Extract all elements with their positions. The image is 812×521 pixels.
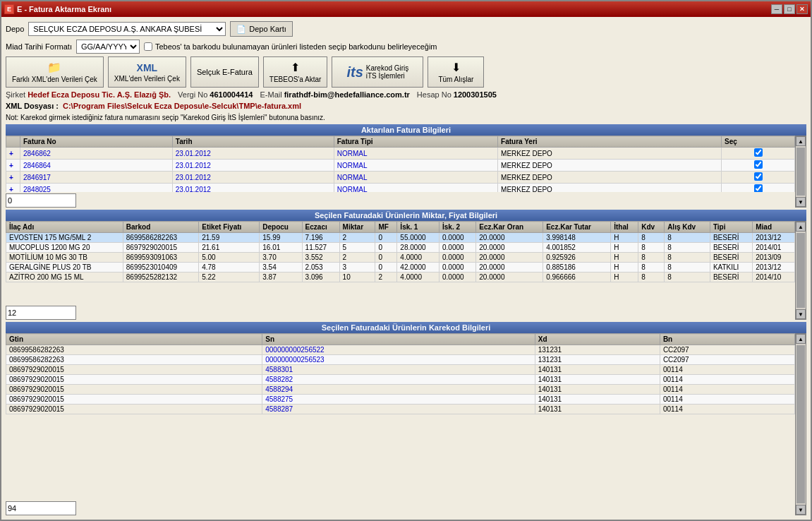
karekod-table-row[interactable]: 08697929020015 4588282 140131 00114 xyxy=(6,375,795,385)
miad-format-select[interactable]: GG/AA/YYYY xyxy=(76,40,140,54)
products-scroll-up[interactable]: ▲ xyxy=(796,222,806,232)
karekod-table-row[interactable]: 08697929020015 4588301 140131 00114 xyxy=(6,365,795,375)
product-table-row[interactable]: MOTİLİUM 10 MG 30 TB 8699593091063 5.00 … xyxy=(6,253,795,263)
sec-checkbox[interactable] xyxy=(754,148,763,157)
eczkar-cell: 20.0000 xyxy=(476,263,543,273)
its-button[interactable]: its Karekod Giriş iTS İşlemleri xyxy=(332,56,423,88)
ithal-cell: H xyxy=(611,273,638,282)
karekod-table-row[interactable]: 08697929020015 4588275 140131 00114 xyxy=(6,395,795,405)
fatura-no-cell: 2848025 xyxy=(20,184,173,193)
fatura-scrollbar[interactable]: ▲ ▼ xyxy=(795,136,806,208)
fatura-table-row[interactable]: + 2846864 23.01.2012 NORMAL MERKEZ DEPO xyxy=(6,160,795,172)
ithal-cell: H xyxy=(611,243,638,253)
expand-cell[interactable]: + xyxy=(6,160,20,172)
gtin-cell: 08697929020015 xyxy=(6,395,262,405)
product-table-row[interactable]: EVOSTEN 175 MG/5ML 2 8699586282263 21.59… xyxy=(6,233,795,243)
tarih-cell: 23.01.2012 xyxy=(172,148,334,160)
sn-cell: 4588282 xyxy=(262,375,535,385)
gtin-cell: 08699586282263 xyxy=(6,345,262,355)
sec-checkbox[interactable] xyxy=(754,160,763,169)
product-table-row[interactable]: GERALGİNE PLUS 20 TB 8699523010409 4.78 … xyxy=(6,263,795,273)
karekod-table-wrapper[interactable]: Gtin Sn Xd Bn 08699586282263 00000000025… xyxy=(6,333,795,500)
karekod-table-row[interactable]: 08699586282263 000000000256523 131231 CC… xyxy=(6,355,795,365)
mf-cell: 0 xyxy=(375,243,397,253)
kdv-cell: 8 xyxy=(638,263,665,273)
sec-cell[interactable] xyxy=(722,160,795,172)
col-miad: Miad xyxy=(753,222,795,233)
bn-cell: 00114 xyxy=(660,395,794,405)
products-count-input[interactable] xyxy=(6,306,76,320)
karekod-section-header: Seçilen Faturadaki Ürünlerin Karekod Bil… xyxy=(6,322,806,333)
tip-cell: KATKILI xyxy=(710,263,752,273)
products-scroll-down[interactable]: ▼ xyxy=(796,309,806,319)
farkli-xml-button[interactable]: 📁 Farklı XML'den Verileri Çek xyxy=(6,56,104,88)
sec-checkbox[interactable] xyxy=(754,172,763,181)
eczkar-tutar-cell: 3.998148 xyxy=(543,233,611,243)
col-alis-kdv: Alış Kdv xyxy=(665,222,710,233)
xd-cell: 140131 xyxy=(535,395,660,405)
karekod-scroll-down[interactable]: ▼ xyxy=(796,505,806,515)
bn-cell: CC2097 xyxy=(660,355,794,365)
gtin-cell: 08697929020015 xyxy=(6,365,262,375)
products-table-wrapper[interactable]: İlaç Adı Barkod Etiket Fiyatı Depocu Ecz… xyxy=(6,221,795,304)
fatura-table-row[interactable]: + 2848025 23.01.2012 NORMAL MERKEZ DEPO xyxy=(6,184,795,193)
etiket-cell: 21.61 xyxy=(199,243,260,253)
expand-cell[interactable]: + xyxy=(6,184,20,193)
col-barkod: Barkod xyxy=(123,222,198,233)
maximize-button[interactable]: □ xyxy=(784,4,795,14)
col-eczkar: Ecz.Kar Oran xyxy=(476,222,543,233)
scroll-down-btn[interactable]: ▼ xyxy=(796,197,806,207)
miad-cell: 2013/09 xyxy=(753,253,795,263)
tebeos-button[interactable]: ⬆ TEBEOS'a Aktar xyxy=(263,56,328,88)
karekod-count-input[interactable] xyxy=(6,501,76,515)
products-scrollbar[interactable]: ▲ ▼ xyxy=(795,221,806,320)
xml-path-value: C:\Program Files\Selcuk Ecza Deposu\e-Se… xyxy=(63,102,301,110)
bn-cell: 00114 xyxy=(660,405,794,414)
depo-select[interactable]: SELÇUK ECZA DEPOSU A.Ş. ANKARA ŞUBESİ xyxy=(28,22,226,36)
karekod-table-row[interactable]: 08697929020015 4588287 140131 00114 xyxy=(6,405,795,414)
xml-button[interactable]: XML XML'den Verileri Çek xyxy=(108,56,186,88)
fatura-tipi-cell: NORMAL xyxy=(334,184,497,193)
product-table-row[interactable]: MUCOPLUS 1200 MG 20 8697929020015 21.61 … xyxy=(6,243,795,253)
expand-cell[interactable]: + xyxy=(6,172,20,184)
karekod-table-row[interactable]: 08697929020015 4588294 140131 00114 xyxy=(6,385,795,395)
col-xd: Xd xyxy=(535,334,660,345)
isk1-cell: 4.0000 xyxy=(397,273,440,282)
sec-checkbox[interactable] xyxy=(754,184,763,192)
kdv-cell: 8 xyxy=(638,253,665,263)
fatura-count-input[interactable] xyxy=(6,193,76,208)
bn-cell: CC2097 xyxy=(660,345,794,355)
col-etiket: Etiket Fiyatı xyxy=(199,222,260,233)
fatura-table-row[interactable]: + 2846917 23.01.2012 NORMAL MERKEZ DEPO xyxy=(6,172,795,184)
tebeos-checkbox[interactable] xyxy=(144,42,152,51)
scroll-up-btn[interactable]: ▲ xyxy=(796,136,806,146)
fatura-table-wrapper[interactable]: Fatura No Tarih Fatura Tipi Fatura Yeri … xyxy=(6,136,795,192)
sirket-label: Şirket xyxy=(6,90,25,99)
toolbar: 📁 Farklı XML'den Verileri Çek XML XML'de… xyxy=(6,56,806,88)
eczkar-cell: 20.0000 xyxy=(476,253,543,263)
sn-cell: 4588301 xyxy=(262,365,535,375)
col-mf: MF xyxy=(375,222,397,233)
tip-cell: BESERİ xyxy=(710,253,752,263)
ilac-adi-cell: GERALGİNE PLUS 20 TB xyxy=(6,263,123,273)
sec-cell[interactable] xyxy=(722,172,795,184)
tum-alislar-button[interactable]: ⬇ Tüm Alışlar xyxy=(428,56,484,88)
close-button[interactable]: ✕ xyxy=(796,4,808,14)
ilac-adi-cell: MUCOPLUS 1200 MG 20 xyxy=(6,243,123,253)
mf-cell: 0 xyxy=(375,263,397,273)
sirket-value: Hedef Ecza Deposu Tic. A.Ş. Elazığ Şb. xyxy=(28,90,171,99)
minimize-button[interactable]: ─ xyxy=(771,4,782,14)
miktar-cell: 3 xyxy=(339,263,375,273)
fatura-table-row[interactable]: + 2846862 23.01.2012 NORMAL MERKEZ DEPO xyxy=(6,148,795,160)
sec-cell[interactable] xyxy=(722,184,795,193)
karekod-table-row[interactable]: 08699586282263 000000000256522 131231 CC… xyxy=(6,345,795,355)
selcuk-efatura-button[interactable]: Selçuk E-Fatura xyxy=(190,56,259,88)
scroll-thumb xyxy=(796,148,805,196)
expand-cell[interactable]: + xyxy=(6,148,20,160)
sec-cell[interactable] xyxy=(722,148,795,160)
depo-kart-button[interactable]: 📄 Depo Kartı xyxy=(230,21,293,37)
karekod-scrollbar[interactable]: ▲ ▼ xyxy=(795,333,806,515)
depocu-cell: 3.70 xyxy=(260,253,302,263)
product-table-row[interactable]: AZİTRO 200 MG 15 ML 8699525282132 5.22 3… xyxy=(6,273,795,282)
karekod-scroll-up[interactable]: ▲ xyxy=(796,334,806,344)
